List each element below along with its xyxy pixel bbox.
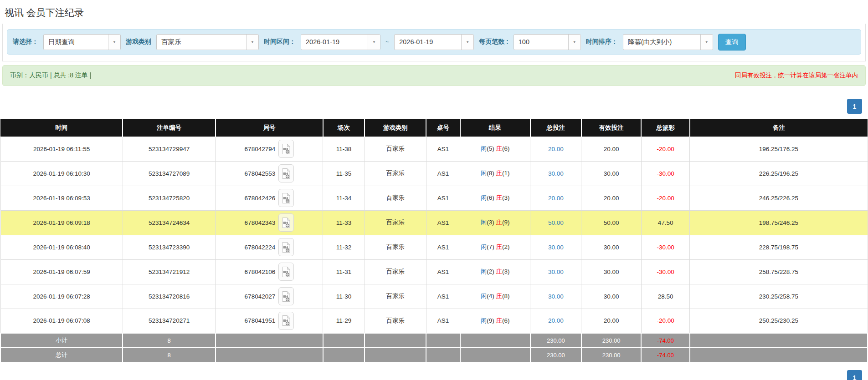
cell-session: 11-32	[323, 235, 365, 259]
video-replay-button[interactable]	[278, 263, 294, 281]
cell-game: 百家乐	[365, 309, 426, 333]
cell-result: 闲(5) 庄(6)	[460, 137, 530, 161]
result-banker: 庄	[496, 243, 503, 250]
subtotal-payout: -74.00	[641, 333, 690, 348]
page-1-button[interactable]: 1	[847, 99, 862, 114]
cell-valid-bet: 20.00	[581, 309, 641, 333]
cell-valid-bet: 30.00	[581, 235, 641, 259]
cell-game: 百家乐	[365, 161, 426, 186]
cell-total-bet: 30.00	[530, 259, 581, 284]
col-result: 结果	[460, 119, 530, 137]
video-replay-button[interactable]	[278, 140, 294, 158]
cell-result: 闲(7) 庄(2)	[460, 235, 530, 259]
cell-session: 11-35	[323, 161, 365, 186]
cell-table: AS1	[426, 259, 460, 284]
cell-bet-id: 523134721912	[123, 259, 216, 284]
video-replay-button[interactable]	[278, 312, 294, 330]
cell-note: 246.25/226.25	[690, 186, 868, 210]
date-from-value: 2026-01-19	[301, 35, 368, 50]
cell-valid-bet: 20.00	[581, 186, 641, 210]
grand-total-payout: -74.00	[641, 348, 690, 362]
cell-payout: 47.50	[641, 210, 690, 235]
query-button[interactable]: 查询	[718, 34, 746, 51]
query-type-select[interactable]: 日期查询 ▼	[43, 34, 121, 50]
video-file-icon	[282, 291, 291, 302]
video-replay-button[interactable]	[278, 287, 294, 305]
table-row: 2026-01-19 06:07:28523134720816678042027…	[0, 284, 868, 309]
col-table: 桌号	[426, 119, 460, 137]
cell-time: 2026-01-19 06:07:28	[0, 284, 123, 309]
result-banker: 庄	[496, 293, 503, 299]
chevron-down-icon[interactable]: ▼	[368, 35, 380, 50]
cell-round: 678042106	[216, 259, 323, 284]
cell-bet-id: 523134723390	[123, 235, 216, 259]
cell-bet-id: 523134720816	[123, 284, 216, 309]
col-session: 场次	[323, 119, 365, 137]
video-file-icon	[282, 143, 291, 155]
date-from-select[interactable]: 2026-01-19 ▼	[301, 34, 380, 50]
game-category-select[interactable]: 百家乐 ▼	[156, 34, 259, 50]
cell-total-bet: 30.00	[530, 235, 581, 259]
video-replay-button[interactable]	[278, 213, 294, 232]
grand-total-valid-bet: 230.00	[581, 348, 641, 362]
video-replay-button[interactable]	[278, 238, 294, 256]
chevron-down-icon[interactable]: ▼	[700, 35, 713, 50]
result-banker: 庄	[496, 268, 503, 275]
time-sort-value: 降冪(由大到小)	[623, 35, 700, 50]
date-to-select[interactable]: 2026-01-19 ▼	[394, 34, 474, 50]
cell-result: 闲(6) 庄(3)	[460, 186, 530, 210]
video-file-icon	[282, 315, 291, 326]
cell-bet-id: 523134720271	[123, 309, 216, 333]
cell-table: AS1	[426, 210, 460, 235]
video-replay-button[interactable]	[278, 189, 294, 207]
time-sort-select[interactable]: 降冪(由大到小) ▼	[623, 34, 713, 50]
col-bet-id: 注单编号	[123, 119, 216, 137]
page-1-button[interactable]: 1	[847, 370, 862, 380]
col-payout: 总派彩	[641, 119, 690, 137]
video-file-icon	[282, 266, 291, 278]
result-player: 闲	[481, 317, 487, 324]
result-banker: 庄	[496, 219, 503, 226]
round-number: 678042343	[245, 219, 276, 226]
table-row: 2026-01-19 06:11:55523134729947678042794…	[0, 137, 868, 161]
cell-result: 闲(2) 庄(3)	[460, 259, 530, 284]
cell-result: 闲(8) 庄(1)	[460, 161, 530, 186]
per-page-select[interactable]: 100 ▼	[514, 34, 581, 50]
round-number: 678042794	[245, 146, 276, 152]
cell-note: 258.75/228.75	[690, 259, 868, 284]
currency-summary-text: 币别：人民币 | 总共 :8 注单 |	[10, 71, 91, 80]
result-player: 闲	[481, 219, 487, 226]
col-total-bet: 总投注	[530, 119, 581, 137]
cell-total-bet: 30.00	[530, 284, 581, 309]
video-file-icon	[282, 193, 291, 204]
cell-result: 闲(4) 庄(8)	[460, 284, 530, 309]
cell-payout: -20.00	[641, 186, 690, 210]
query-type-label: 请选择：	[13, 38, 38, 46]
chevron-down-icon[interactable]: ▼	[246, 35, 258, 50]
chevron-down-icon[interactable]: ▼	[108, 35, 120, 50]
subtotal-total-bet: 230.00	[530, 333, 581, 348]
result-player: 闲	[481, 170, 487, 177]
cell-bet-id: 523134727089	[123, 161, 216, 186]
chevron-down-icon[interactable]: ▼	[461, 35, 473, 50]
filter-panel: 请选择： 日期查询 ▼ 游戏类别 百家乐 ▼ 时间区间： 2026-01-19 …	[2, 24, 866, 61]
cell-payout: -20.00	[641, 309, 690, 333]
round-number: 678042224	[245, 244, 276, 251]
pagination-bottom: 1	[0, 370, 868, 380]
cell-valid-bet: 50.00	[581, 210, 641, 235]
per-page-label: 每页笔数 :	[479, 38, 508, 46]
video-file-icon	[282, 217, 291, 228]
cell-payout: -30.00	[641, 235, 690, 259]
video-replay-button[interactable]	[278, 164, 294, 182]
cell-time: 2026-01-19 06:09:18	[0, 210, 123, 235]
result-player: 闲	[481, 194, 487, 201]
chevron-down-icon[interactable]: ▼	[568, 35, 580, 50]
table-row: 2026-01-19 06:09:18523134724634678042343…	[0, 210, 868, 235]
result-player: 闲	[481, 145, 487, 152]
table-row: 2026-01-19 06:09:53523134725820678042426…	[0, 186, 868, 210]
result-banker: 庄	[496, 145, 503, 152]
cell-note: 198.75/246.25	[690, 210, 868, 235]
date-to-value: 2026-01-19	[395, 35, 461, 50]
pagination-top: 1	[0, 99, 868, 114]
cell-table: AS1	[426, 309, 460, 333]
